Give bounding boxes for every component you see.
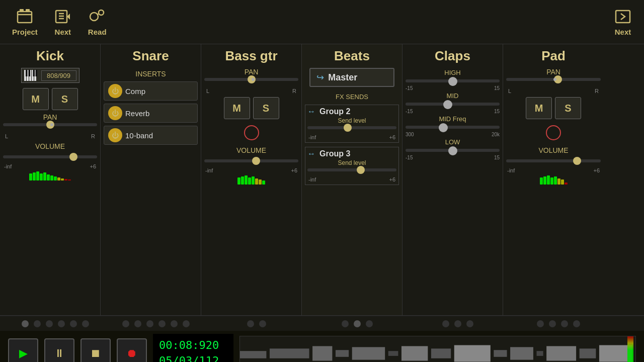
pause-button[interactable]: ⏸ [44, 338, 74, 362]
bass-vol-max: +6 [291, 167, 297, 173]
bass-dot-0[interactable] [247, 320, 254, 327]
snare-dot-5[interactable] [183, 320, 190, 327]
svg-rect-18 [33, 70, 35, 76]
beats-dot-1[interactable] [354, 320, 361, 327]
high-min: -15 [406, 85, 413, 91]
pad-vol-slider[interactable] [506, 157, 601, 167]
kick-instrument-selector[interactable]: 808/909 [21, 68, 79, 83]
group2-name: Group 2 [319, 107, 350, 116]
kick-dot-0[interactable] [22, 320, 29, 327]
pad-dot-3[interactable] [573, 320, 580, 327]
fx-send-group3: ↔ Group 3 Send level -inf +6 [305, 147, 399, 185]
waveform-svg [240, 336, 635, 362]
svg-rect-31 [537, 351, 543, 356]
channel-kick: Kick 808/909 M S P [0, 44, 101, 315]
kick-dot-3[interactable] [58, 320, 65, 327]
fx-send-group3-header[interactable]: ↔ Group 3 [307, 149, 396, 158]
claps-dot-1[interactable] [454, 320, 461, 327]
bass-pan-slider[interactable] [204, 78, 298, 88]
beats-master-button[interactable]: ↪ Master [309, 68, 394, 87]
high-slider[interactable] [406, 77, 500, 84]
beats-dot-0[interactable] [342, 320, 349, 327]
group2-send-slider[interactable] [307, 124, 396, 134]
claps-dot-2[interactable] [466, 320, 473, 327]
transport: ▶ ⏸ ⏹ ⏺ 00:08:920 05/03/112 [0, 331, 644, 362]
read-button[interactable]: Read [80, 4, 115, 40]
comp-power[interactable]: ⏻ [108, 84, 122, 98]
snare-dots [106, 320, 206, 327]
snare-dot-0[interactable] [122, 320, 129, 327]
midfreq-slider[interactable] [406, 124, 500, 131]
pad-solo[interactable]: S [555, 97, 581, 119]
kick-solo[interactable]: S [52, 88, 78, 110]
bass-vol-minmax: -inf +6 [204, 167, 298, 173]
svg-rect-1 [20, 9, 24, 12]
pad-mute[interactable]: M [526, 97, 552, 119]
record-button[interactable]: ⏺ [117, 338, 147, 362]
kick-pan-right: R [91, 133, 95, 139]
waveform-level [627, 336, 633, 362]
svg-rect-22 [312, 346, 332, 360]
beats-dots [307, 320, 408, 327]
group3-send-slider[interactable] [307, 166, 396, 176]
bass-vol-label: VOLUME [236, 146, 266, 154]
time-display: 00:08:920 05/03/112 [153, 334, 233, 362]
10band-power[interactable]: ⏻ [108, 128, 122, 142]
svg-rect-0 [18, 12, 32, 23]
pad-dot-1[interactable] [549, 320, 556, 327]
svg-rect-33 [580, 348, 596, 358]
kick-vol-slider[interactable] [3, 153, 97, 163]
svg-rect-23 [336, 350, 349, 357]
kick-dot-5[interactable] [82, 320, 89, 327]
snare-insert-reverb[interactable]: ⏻ Reverb [104, 104, 198, 123]
pad-right: R [595, 88, 599, 94]
low-label: LOW [406, 138, 500, 146]
group2-send-label: Send level [307, 117, 396, 124]
snare-dot-2[interactable] [146, 320, 153, 327]
bass-record-indicator [244, 125, 259, 140]
bass-dot-1[interactable] [259, 320, 266, 327]
pad-dot-2[interactable] [561, 320, 568, 327]
bass-vu [237, 174, 265, 185]
reverb-name: Reverb [125, 109, 149, 118]
pad-pan-slider[interactable] [506, 78, 601, 88]
snare-insert-10band[interactable]: ⏻ 10-band [104, 126, 198, 145]
bass-mute[interactable]: M [224, 97, 250, 119]
kick-dot-4[interactable] [70, 320, 77, 327]
kick-dot-1[interactable] [34, 320, 41, 327]
next-right-button[interactable]: Next [606, 4, 640, 40]
svg-rect-19 [35, 70, 37, 76]
snare-dot-4[interactable] [171, 320, 178, 327]
pad-record-indicator [546, 125, 561, 140]
bass-title: Bass gtr [225, 48, 277, 64]
snare-dot-3[interactable] [158, 320, 166, 327]
kick-pan-left: L [5, 133, 8, 139]
svg-rect-30 [510, 347, 533, 359]
snare-insert-comp[interactable]: ⏻ Comp [104, 81, 198, 101]
snare-inserts-label: INSERTS [135, 70, 166, 78]
kick-pan-slider[interactable] [3, 123, 97, 133]
bass-solo[interactable]: S [253, 97, 279, 119]
kick-dot-2[interactable] [46, 320, 53, 327]
channel-snare: Snare INSERTS ⏻ Comp ⏻ Reverb ⏻ 10-band [101, 44, 201, 315]
bass-vol-slider[interactable] [204, 157, 298, 167]
play-button[interactable]: ▶ [8, 338, 38, 362]
snare-title: Snare [132, 48, 169, 64]
claps-dot-0[interactable] [442, 320, 449, 327]
pad-vol-max: +6 [593, 167, 600, 173]
svg-rect-32 [546, 346, 576, 360]
next-left-button[interactable]: Next [46, 4, 80, 40]
group2-max: +6 [389, 134, 395, 140]
pad-dots [508, 320, 609, 327]
stop-button[interactable]: ⏹ [80, 338, 111, 362]
mid-slider[interactable] [406, 101, 500, 108]
pad-dot-0[interactable] [537, 320, 544, 327]
kick-vol-min: -inf [4, 163, 12, 169]
beats-dot-2[interactable] [366, 320, 373, 327]
low-slider[interactable] [406, 147, 500, 154]
snare-dot-1[interactable] [134, 320, 141, 327]
fx-send-group2-header[interactable]: ↔ Group 2 [307, 107, 396, 116]
reverb-power[interactable]: ⏻ [108, 106, 122, 120]
kick-mute[interactable]: M [23, 88, 49, 110]
project-button[interactable]: Project [4, 4, 46, 40]
